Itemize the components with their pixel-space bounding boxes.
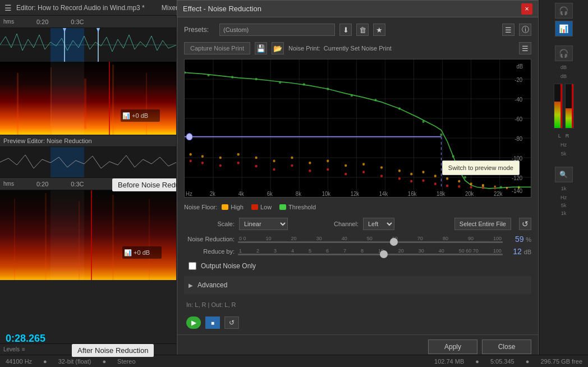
r-label: R [566, 133, 569, 139]
noise-reduction-label: Noise Reduction: [184, 236, 235, 242]
svg-point-95 [327, 168, 329, 171]
output-noise-only-checkbox[interactable] [189, 262, 196, 270]
transport-row: ▶ ■ ↺ [184, 315, 531, 330]
noise-print-menu-button[interactable]: ☰ [519, 42, 531, 54]
scale-select[interactable]: Linear Logarithmic [239, 218, 288, 230]
dialog-content: Presets: ⬇ 🗑 ★ ☰ ⓘ Capture Noise Print 💾… [177, 17, 538, 334]
svg-point-115 [291, 157, 293, 159]
svg-rect-24 [149, 199, 150, 280]
io-text: In: L, R | Out: L, R [186, 301, 529, 308]
noise-reduction-slider[interactable] [238, 241, 503, 243]
sidebar-headphone-button[interactable]: 🎧 [555, 3, 573, 19]
svg-point-100 [410, 180, 412, 183]
svg-point-113 [255, 157, 258, 159]
svg-point-107 [494, 187, 496, 190]
left-panel: hms 0:20 0:3C [0, 16, 177, 367]
channel-label: Channel: [308, 221, 359, 227]
svg-point-124 [434, 175, 437, 177]
presets-info-button[interactable]: ⓘ [519, 24, 531, 36]
svg-text:-20: -20 [514, 76, 522, 82]
timeline-mark-1: 0:20 [36, 19, 48, 25]
app-title: Editor: How to Record Audio in Wind.mp3 … [16, 4, 145, 12]
capture-noise-print-button[interactable]: Capture Noise Print [184, 42, 250, 54]
noise-print-load-button[interactable]: 📂 [272, 42, 284, 54]
presets-favorite-button[interactable]: ★ [373, 24, 385, 36]
presets-delete-button[interactable]: 🗑 [356, 24, 369, 36]
after-noise-reduction-label: After Noise Reduction [72, 344, 154, 357]
svg-text:12k: 12k [351, 190, 360, 196]
noise-print-save-button[interactable]: 💾 [255, 42, 267, 54]
svg-rect-7 [0, 62, 177, 135]
hz-label-2: Hz [561, 195, 567, 200]
lr-labels: L R [558, 133, 569, 139]
reduce-by-label: Reduce by: [184, 248, 235, 255]
presets-save-button[interactable]: ⬇ [339, 24, 352, 36]
svg-point-126 [458, 180, 460, 183]
legend-high: High [222, 204, 244, 210]
noise-reduction-ticks: 0 0102030405060708090100 [238, 236, 503, 241]
svg-point-114 [273, 160, 275, 163]
free-space: 296.75 GB free [540, 358, 582, 365]
dialog-close-button[interactable]: × [521, 3, 532, 15]
5k-label-2: 5k [561, 203, 567, 208]
noise-print-row: Capture Noise Print 💾 📂 Noise Print: Cur… [184, 41, 531, 56]
svg-text:6k: 6k [267, 190, 273, 196]
svg-point-130 [506, 187, 508, 189]
presets-menu-button[interactable]: ☰ [502, 24, 514, 36]
svg-point-68 [207, 74, 209, 77]
svg-point-106 [482, 186, 484, 189]
timeline2-mark2: 0:3C [71, 181, 84, 187]
channel-select[interactable]: Left Right Both [363, 218, 394, 230]
svg-point-119 [362, 163, 365, 166]
sample-rate: 44100 Hz [6, 358, 32, 365]
play-button[interactable]: ▶ [186, 316, 201, 329]
noise-reduction-value: 59 % [506, 235, 531, 244]
stop-button[interactable]: ■ [205, 316, 220, 329]
sidebar-headphone2-button[interactable]: 🎧 [555, 45, 573, 61]
svg-point-131 [518, 187, 520, 189]
hz-label: Hz [561, 142, 567, 148]
select-entire-file-button[interactable]: Select Entire File [454, 218, 511, 230]
svg-text:-80: -80 [514, 135, 522, 141]
1k-label-2: 1k [561, 210, 567, 216]
top-waveform [0, 28, 177, 62]
output-noise-only-label[interactable]: Output Noise Only [201, 262, 256, 270]
svg-rect-18 [50, 147, 84, 178]
svg-point-97 [362, 171, 365, 173]
reduce-by-slider[interactable] [238, 254, 503, 255]
svg-rect-23 [112, 195, 114, 280]
presets-input[interactable] [219, 24, 335, 36]
output-noise-only-row: Output Noise Only [184, 259, 531, 273]
svg-text:-120: -120 [512, 175, 523, 181]
svg-point-127 [470, 182, 472, 185]
noise-print-info: Noise Print: Currently Set Noise Print [288, 45, 392, 52]
sidebar-active-button[interactable]: 📊 [555, 21, 573, 36]
svg-text:10k: 10k [322, 190, 331, 196]
bottom-spectrogram: 📊 +0 dB [0, 190, 177, 280]
close-icon[interactable]: ☰ [4, 3, 12, 12]
svg-rect-20 [14, 199, 15, 280]
separator-4: ● [526, 358, 530, 365]
close-button[interactable]: Close [482, 340, 531, 354]
legend-low: Low [251, 204, 272, 210]
l-label: L [558, 133, 561, 139]
svg-point-75 [374, 99, 376, 102]
svg-text:16k: 16k [408, 190, 417, 196]
threshold-color-dot [279, 204, 286, 210]
advanced-section[interactable]: ▶ Advanced [184, 276, 531, 294]
svg-point-91 [255, 165, 258, 168]
vu-meter-l [554, 84, 563, 129]
channels: Stereo [117, 358, 135, 365]
apply-button[interactable]: Apply [428, 340, 477, 354]
dialog-title-bar: Effect - Noise Reduction × [177, 1, 538, 17]
svg-point-98 [380, 175, 383, 177]
vu-red-line-r [572, 84, 573, 128]
sidebar-zoom-button[interactable]: 🔍 [555, 167, 573, 182]
svg-point-93 [291, 164, 293, 167]
svg-rect-11 [112, 65, 114, 135]
svg-rect-8 [17, 73, 19, 135]
reset-button[interactable]: ↺ [519, 218, 531, 230]
loop-button[interactable]: ↺ [224, 316, 239, 329]
svg-rect-29 [185, 59, 531, 197]
svg-point-104 [458, 185, 460, 188]
